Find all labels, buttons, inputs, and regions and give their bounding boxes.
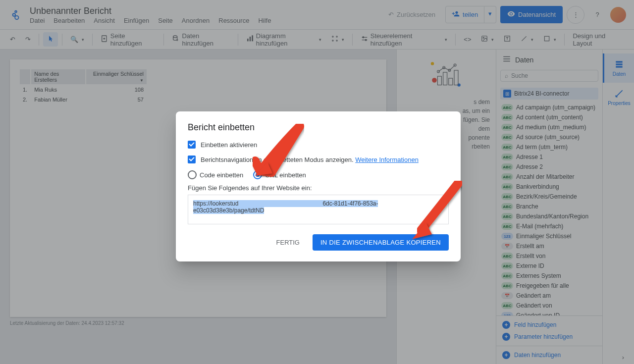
paste-instruction: Fügen Sie Folgendes auf Ihrer Website ei… (188, 184, 449, 192)
url-embed-radio[interactable]: URL einbetten (253, 170, 306, 179)
enable-embed-label: Einbetten aktivieren (201, 141, 257, 149)
embed-report-dialog: Bericht einbetten Einbetten aktivieren B… (176, 111, 461, 261)
show-nav-checkbox[interactable] (188, 156, 196, 163)
copy-clipboard-button[interactable]: In die Zwischenablage kopieren (313, 234, 449, 251)
show-nav-label: Berichtsnavigation im eingebetteten Modu… (201, 156, 354, 163)
code-embed-radio[interactable]: Code einbetten (188, 170, 243, 179)
more-info-link[interactable]: Weitere Informationen (355, 156, 419, 163)
enable-embed-checkbox[interactable] (188, 141, 196, 149)
done-button[interactable]: Fertig (268, 234, 308, 251)
embed-url-textarea[interactable]: https://lookerstud6dc-81d1-4f76-853a-e03… (188, 195, 449, 224)
dialog-title: Bericht einbetten (188, 122, 449, 133)
